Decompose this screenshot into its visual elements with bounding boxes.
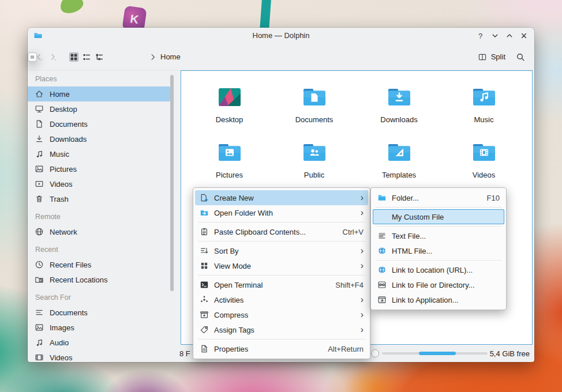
menu-item-properties[interactable]: Properties Alt+Return bbox=[195, 341, 368, 356]
picture-icon bbox=[35, 323, 44, 332]
sidebar-item-search-documents[interactable]: Documents bbox=[28, 305, 170, 320]
menu-item-assign-tags[interactable]: Assign Tags bbox=[195, 322, 368, 337]
zoom-fill bbox=[419, 352, 456, 355]
menu-item-paste[interactable]: Paste Clipboard Contents... Ctrl+V bbox=[195, 224, 368, 239]
folder-desktop[interactable]: Desktop bbox=[187, 77, 272, 133]
create-new-icon bbox=[200, 193, 209, 202]
hamburger-menu-button[interactable] bbox=[28, 52, 37, 62]
folder-downloads[interactable]: Downloads bbox=[357, 77, 441, 133]
sidebar-item-search-audio[interactable]: Audio bbox=[28, 335, 170, 350]
folder-pictures[interactable]: Pictures bbox=[187, 133, 272, 188]
zoom-slider[interactable] bbox=[371, 349, 492, 357]
close-button[interactable] bbox=[519, 31, 529, 40]
sidebar-item-label: Recent Locations bbox=[50, 276, 107, 284]
menu-item-activities[interactable]: Activities bbox=[195, 292, 368, 307]
zoom-track[interactable] bbox=[382, 352, 488, 355]
sidebar-item-label: Images bbox=[50, 323, 74, 332]
icons-view-button[interactable] bbox=[69, 52, 78, 62]
section-header-places: Places bbox=[28, 71, 176, 86]
sidebar-item-search-videos[interactable]: Videos bbox=[28, 350, 170, 362]
sidebar-item-music[interactable]: Music bbox=[28, 146, 170, 161]
folder-documents[interactable]: Documents bbox=[272, 77, 357, 133]
help-button[interactable]: ? bbox=[475, 31, 485, 41]
breadcrumb-home[interactable]: Home bbox=[160, 52, 181, 61]
folder-clock-icon bbox=[35, 275, 44, 284]
sidebar-item-videos[interactable]: Videos bbox=[28, 176, 170, 191]
submenu-item-link-to-location[interactable]: Link to Location (URL)... bbox=[373, 262, 504, 277]
menu-item-open-terminal[interactable]: Open Terminal Shift+F4 bbox=[195, 277, 368, 292]
zoom-handle-button[interactable] bbox=[371, 349, 379, 357]
details-view-button[interactable] bbox=[95, 52, 104, 62]
submenu-item-html-file[interactable]: HTML File... bbox=[373, 243, 504, 258]
sidebar-item-downloads[interactable]: Downloads bbox=[28, 131, 170, 146]
menu-separator bbox=[198, 339, 365, 340]
submenu-item-text-file[interactable]: Text File... bbox=[373, 228, 504, 243]
section-header-remote: Remote bbox=[28, 209, 176, 224]
sidebar-item-label: Downloads bbox=[50, 135, 87, 144]
folder-name: Desktop bbox=[216, 115, 243, 124]
menu-item-create-new[interactable]: Create New bbox=[195, 190, 368, 205]
music-folder-icon bbox=[470, 83, 498, 111]
music-note-icon bbox=[35, 149, 44, 159]
menu-item-label: HTML File... bbox=[392, 247, 432, 255]
forward-button[interactable] bbox=[48, 52, 58, 62]
sidebar-item-label: Network bbox=[50, 228, 77, 236]
submenu-arrow-icon bbox=[361, 193, 364, 202]
downloads-folder-icon bbox=[385, 83, 413, 111]
link-application-icon bbox=[377, 295, 387, 304]
sidebar-item-label: Pictures bbox=[50, 165, 77, 174]
search-button[interactable] bbox=[516, 52, 525, 62]
menu-separator bbox=[376, 207, 501, 208]
menu-item-label: Assign Tags bbox=[214, 326, 254, 334]
minimize-button[interactable] bbox=[490, 31, 500, 40]
menu-item-label: Create New bbox=[214, 194, 254, 202]
sidebar-item-documents[interactable]: Documents bbox=[28, 116, 170, 131]
submenu-item-link-to-application[interactable]: Link to Application... bbox=[373, 292, 504, 307]
folder-videos[interactable]: Videos bbox=[441, 133, 526, 188]
public-folder-icon bbox=[301, 138, 328, 166]
sidebar-item-desktop[interactable]: Desktop bbox=[28, 101, 170, 116]
titlebar-buttons: ? bbox=[475, 28, 529, 44]
menu-item-sort-by[interactable]: Sort By bbox=[195, 243, 368, 258]
sidebar-item-label: Videos bbox=[50, 180, 73, 189]
submenu-item-link-to-file[interactable]: Link to File or Directory... bbox=[373, 277, 504, 292]
sidebar-item-recent-locations[interactable]: Recent Locations bbox=[28, 272, 170, 287]
folder-public[interactable]: Public bbox=[272, 133, 357, 188]
sidebar-item-search-images[interactable]: Images bbox=[28, 320, 170, 335]
submenu-item-my-custom-file[interactable]: My Custom File bbox=[373, 209, 504, 224]
folder-icon bbox=[377, 193, 387, 202]
sidebar-item-trash[interactable]: Trash bbox=[28, 191, 170, 206]
menu-separator bbox=[376, 260, 501, 261]
create-new-submenu: Folder... F10 My Custom File Text File..… bbox=[370, 187, 507, 310]
sidebar-scrollbar[interactable] bbox=[170, 75, 174, 291]
folder-music[interactable]: Music bbox=[441, 77, 526, 133]
menu-shortcut: Ctrl+V bbox=[343, 228, 364, 236]
wallpaper-leaf-blob bbox=[58, 0, 85, 16]
split-button[interactable]: Split bbox=[478, 52, 505, 62]
sidebar-item-home[interactable]: Home bbox=[28, 86, 170, 101]
sidebar-item-network[interactable]: Network bbox=[28, 224, 170, 239]
submenu-arrow-icon bbox=[361, 208, 364, 217]
sidebar-item-pictures[interactable]: Pictures bbox=[28, 161, 170, 176]
folder-name: Music bbox=[474, 115, 494, 124]
menu-item-label: Folder... bbox=[392, 194, 419, 202]
menu-item-compress[interactable]: Compress bbox=[195, 307, 368, 322]
menu-item-label: Open Folder With bbox=[214, 209, 273, 217]
section-header-search-for: Search For bbox=[28, 290, 176, 305]
menu-item-open-folder-with[interactable]: Open Folder With bbox=[195, 205, 368, 220]
pictures-folder-icon bbox=[216, 138, 243, 166]
folder-name: Downloads bbox=[380, 115, 417, 124]
text-lines-icon bbox=[35, 308, 44, 317]
titlebar[interactable]: Home — Dolphin ? bbox=[28, 28, 534, 44]
desktop-icon bbox=[35, 104, 44, 114]
maximize-button[interactable] bbox=[505, 31, 514, 40]
compact-view-button[interactable] bbox=[82, 52, 91, 62]
folder-name: Videos bbox=[473, 171, 496, 179]
text-file-icon bbox=[377, 231, 387, 240]
folder-templates[interactable]: Templates bbox=[357, 133, 441, 188]
submenu-item-folder[interactable]: Folder... F10 bbox=[373, 190, 504, 205]
status-item-count: 8 F bbox=[179, 349, 190, 358]
menu-item-view-mode[interactable]: View Mode bbox=[195, 258, 368, 273]
submenu-arrow-icon bbox=[361, 261, 364, 270]
sidebar-item-recent-files[interactable]: Recent Files bbox=[28, 257, 170, 272]
